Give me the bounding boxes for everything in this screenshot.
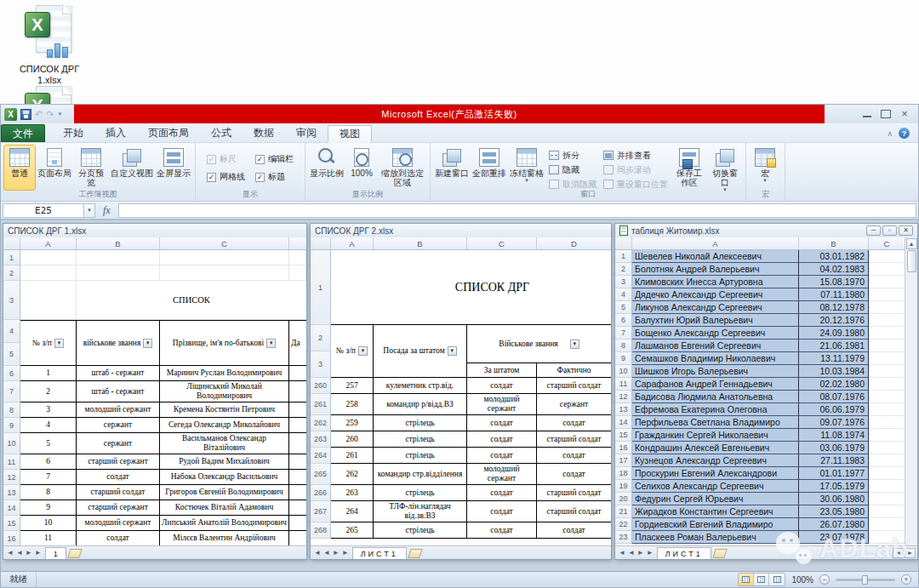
cell-position[interactable]: стрілець — [374, 431, 467, 448]
cell-actual-rank[interactable]: солдат — [537, 415, 611, 431]
cell-name[interactable]: Семашков Владимир Николаевич — [632, 352, 799, 365]
cell-name[interactable]: Мілєєв Валентин Андрійович — [160, 531, 289, 545]
cell-empty[interactable] — [869, 429, 905, 442]
cell-rank[interactable]: солдат — [77, 531, 160, 545]
cell[interactable] — [20, 281, 77, 320]
column-header[interactable]: C — [467, 237, 537, 249]
cell-position[interactable]: стрілець — [374, 415, 467, 431]
tab-file[interactable]: 文件 — [1, 124, 45, 142]
cell-number[interactable]: 258 — [331, 394, 374, 415]
cell-birthdate[interactable]: 06.06.1979 — [799, 403, 869, 416]
cell-birthdate[interactable]: 08.07.1976 — [799, 391, 869, 403]
scroll-up-icon[interactable]: ▲ — [906, 238, 917, 249]
cell-name[interactable]: Костючек Віталій Адамович — [160, 500, 289, 516]
row-header[interactable]: 260 — [311, 378, 331, 394]
ruler-checkbox[interactable]: ✓标尺 — [207, 153, 245, 165]
macros-button[interactable]: 宏▼ — [749, 145, 781, 191]
row-header[interactable]: 268 — [311, 522, 331, 539]
row-header[interactable]: 10 — [615, 365, 632, 378]
cell-position[interactable]: стрілець — [374, 448, 467, 464]
row-header[interactable]: 15 — [3, 516, 20, 531]
cell-empty[interactable] — [869, 263, 905, 276]
cell-empty[interactable] — [289, 381, 306, 402]
tab-home[interactable]: 开始 — [52, 124, 94, 142]
row-header[interactable]: 6 — [615, 314, 632, 327]
row-header[interactable]: 7 — [615, 327, 632, 340]
row-header[interactable]: 20 — [615, 493, 632, 505]
collapse-ribbon-icon[interactable]: ∧ — [887, 129, 893, 138]
cell-name[interactable]: Лашманов Евгений Сергеевич — [632, 340, 799, 352]
select-all-corner[interactable] — [615, 237, 632, 249]
row-header[interactable]: 265 — [311, 464, 331, 485]
cell-name[interactable]: Бадисова Людмила Анатольевна — [632, 391, 799, 403]
insert-sheet-icon[interactable] — [712, 549, 728, 558]
arrange-all-button[interactable]: 全部重排 — [471, 145, 508, 191]
zoom-out-button[interactable]: − — [819, 574, 830, 585]
tab-page-layout[interactable]: 页面布局 — [137, 124, 200, 142]
cell-name[interactable]: Климовских Инесса Артуровна — [632, 276, 799, 288]
row-header[interactable]: 267 — [311, 501, 331, 522]
cell-number[interactable]: 9 — [20, 500, 77, 516]
row-header[interactable]: 2 — [3, 265, 20, 281]
sheet-tab[interactable]: ЛИСТ1 — [352, 547, 407, 559]
cell-position[interactable]: стрілець — [374, 485, 467, 501]
header-cell-fact[interactable]: Фактично — [537, 363, 611, 378]
header-cell-partial[interactable]: Да — [289, 320, 306, 366]
maximize-button[interactable] — [881, 110, 891, 118]
insert-sheet-icon[interactable] — [408, 549, 423, 558]
cell-empty[interactable] — [869, 340, 905, 352]
cell-empty[interactable] — [869, 250, 905, 263]
cell-name[interactable]: Дядечко Александр Сергеевич — [632, 288, 799, 301]
sheet-tab[interactable]: 1 — [45, 547, 66, 559]
cell-staff-rank[interactable]: солдат — [467, 378, 537, 394]
hide-button[interactable]: 隐藏 — [549, 163, 596, 176]
header-cell-name[interactable]: Прізвище, ім'я по-батькові▼ — [160, 320, 289, 366]
cell-empty[interactable] — [869, 442, 905, 454]
cell-birthdate[interactable]: 20.12.1976 — [799, 314, 869, 327]
gridlines-checkbox[interactable]: ✓网格线 — [207, 171, 245, 183]
cell-birthdate[interactable]: 13.11.1979 — [799, 352, 869, 365]
cell-birthdate[interactable]: 04.02.1983 — [799, 263, 869, 276]
row-header[interactable]: 10 — [3, 433, 20, 454]
cell-name[interactable]: Жирадков Константин Сергеевич — [632, 505, 799, 518]
column-header[interactable]: C — [160, 237, 289, 249]
cell-rank[interactable]: молодший сержант — [77, 516, 160, 531]
filter-dropdown-icon[interactable]: ▼ — [358, 346, 368, 356]
cell-name[interactable]: Пласкеев Роман Валерьевич — [632, 531, 799, 544]
cell-birthdate[interactable]: 27.11.1983 — [799, 454, 869, 467]
cell-name[interactable]: Липський Анатолій Володимирович — [160, 516, 289, 531]
zoom-slider[interactable] — [836, 579, 895, 581]
cell-actual-rank[interactable]: старший солдат — [537, 431, 611, 448]
sheet-nav-buttons[interactable]: ◄◄►► — [615, 549, 657, 557]
row-header[interactable]: 21 — [615, 505, 632, 518]
filter-dropdown-icon[interactable]: ▼ — [448, 346, 457, 356]
cell-number[interactable]: 11 — [20, 531, 77, 545]
cell-actual-rank[interactable]: старший солдат — [537, 378, 611, 394]
cell-rank[interactable]: штаб - сержант — [77, 366, 160, 381]
column-header[interactable]: B — [77, 237, 160, 249]
header-cell-rank[interactable]: Військове звання▼ — [467, 325, 611, 363]
cell-birthdate[interactable]: 07.11.1980 — [799, 288, 869, 301]
cell-birthdate[interactable]: 11.08.1974 — [799, 429, 869, 442]
cell-number[interactable]: 3 — [20, 402, 77, 418]
cell-name[interactable]: Гордиевский Евгений Владимиро — [632, 518, 799, 531]
cell-rank[interactable]: сержант — [77, 433, 160, 454]
cell-birthdate[interactable]: 21.06.1981 — [799, 340, 869, 352]
row-header[interactable]: 15 — [615, 429, 632, 442]
row-header[interactable]: 1 — [311, 250, 331, 325]
row-header[interactable]: 2 — [311, 325, 331, 351]
cell-rank[interactable]: сержант — [77, 418, 160, 433]
cell-actual-rank[interactable]: старший солдат — [537, 501, 611, 522]
child-window-titlebar[interactable]: СПИСОК ДРГ 1.xlsx — [3, 224, 306, 237]
select-all-corner[interactable] — [311, 237, 331, 249]
child-window-titlebar[interactable]: СПИСОК ДРГ 2.xlsx — [311, 224, 611, 237]
column-header[interactable]: A — [331, 237, 374, 249]
cell-birthdate[interactable]: 10.03.1984 — [799, 365, 869, 378]
cell[interactable] — [77, 265, 160, 281]
zoom-level[interactable]: 100% — [791, 575, 813, 585]
row-header[interactable]: 3 — [615, 276, 632, 288]
child-window-titlebar[interactable]: таблиця Житомир.xlsx ─ ▫ ✕ — [615, 224, 917, 237]
row-header[interactable]: 266 — [311, 485, 331, 501]
cell-number[interactable]: 8 — [20, 485, 77, 500]
cell-number[interactable]: 263 — [331, 485, 374, 501]
